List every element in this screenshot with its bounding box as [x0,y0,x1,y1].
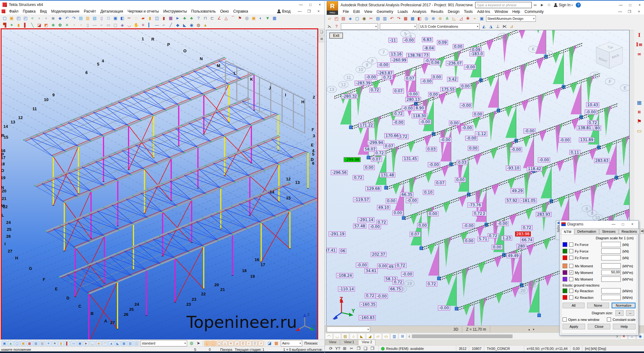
tekla-snap-icon-4[interactable]: ✕ [228,341,234,346]
tekla-select-icon-1[interactable]: ▲ [8,341,14,346]
checkbox-fz-force[interactable] [569,256,573,260]
tekla-tb1-icon-24[interactable]: ▦ [168,15,174,21]
tekla-tb1-icon-14[interactable]: ▯ [98,15,105,21]
tekla-tb2-icon-16[interactable]: ▢ [112,22,119,28]
tekla-tb2-icon-20[interactable]: ✳ [140,22,146,28]
robot-viewbar-icon-9[interactable]: ⊞ [399,333,406,339]
tekla-tb2-icon-23[interactable]: ⌐ [161,22,167,28]
checkbox-kz-reaction[interactable] [569,295,573,299]
robot-viewbar-icon-1[interactable]: ◡ [333,333,341,339]
tekla-tb1-icon-15[interactable]: □ [105,15,112,21]
robot-right-tool-6[interactable]: ⚑ [635,117,643,126]
tekla-tb1-icon-28[interactable]: ? [195,15,202,21]
tekla-tb2-icon-13[interactable]: — [92,22,98,28]
tekla-tb2-icon-1[interactable]: ✶ [8,22,15,28]
tekla-select-icon-6[interactable]: ▨ [39,341,45,346]
robot-docbtn-1[interactable]: ❒ [625,9,634,14]
tekla-menu-item-1[interactable]: Правка [21,9,38,14]
robot-right-tool-4[interactable]: ▦ [635,99,643,107]
help-icon[interactable]: ? [576,3,581,8]
checkbox-fy-force[interactable] [569,249,573,253]
tekla-menu-item-8[interactable]: Пользователь [189,9,218,14]
robot-tb1-icon-12[interactable]: ▩ [409,16,416,21]
tekla-tb1-icon-20[interactable]: ▰ [140,15,146,21]
robot-menu-item-0[interactable]: File [341,9,351,14]
robot-menu-item-2[interactable]: View [362,9,375,14]
scale-input-ky-reaction[interactable] [601,288,621,293]
diagrams-winbtn-0[interactable]: — [609,222,618,226]
tekla-tb2-icon-3[interactable]: ▌ [22,22,29,28]
robot-tb2-icon-b2[interactable]: ⊥ [495,24,501,29]
scale-input-my-moment[interactable]: 50,00 [601,270,621,275]
tekla-extra-icon-1[interactable]: ▩ [273,340,280,346]
tekla-tb2-icon-27[interactable]: ◉ [188,22,195,28]
tekla-select-icon-7[interactable]: ✳ [46,341,51,346]
robot-winbtn-1[interactable]: □ [625,3,635,7]
tekla-tb1-icon-9[interactable]: ↶ [64,15,70,21]
diagrams-tab-scroll-0[interactable]: ◀ [640,229,643,234]
tekla-tb1-icon-23[interactable]: ▮ [161,15,167,21]
bar-selection-combo[interactable]: ▾ [341,23,378,30]
robot-tb1-icon-2[interactable]: ▤ [340,16,347,21]
robot-tb1-icon-18[interactable]: ◺ [451,16,457,21]
checkbox-constant-scale[interactable] [607,317,611,322]
tekla-tb2-icon-14[interactable]: ⌐ [98,22,105,28]
robot-tb1-icon-0[interactable]: ▱ [326,16,333,21]
tekla-menu-item-7[interactable]: Инструменты [161,9,189,14]
scroll-left-arrow[interactable]: ‹ [408,333,410,339]
robot-tb1-icon-15[interactable]: ⊕ [430,16,436,21]
robot-status-icon-0[interactable]: ⟳ [328,346,334,351]
robot-status-icon-5[interactable]: ❑ [362,346,369,351]
robot-right-tool-5[interactable]: ⌗ [635,108,643,116]
robot-menu-item-1[interactable]: Edit [351,9,362,14]
tekla-tb2-icon-24[interactable]: ╱ [168,22,174,28]
tekla-tb1-icon-4[interactable]: < [29,15,36,21]
tekla-tb2-icon-5[interactable]: ◪ [36,22,42,28]
tekla-select-icon-15[interactable]: ◈ [96,341,102,346]
tekla-select-icon-3[interactable]: ▣ [20,341,26,346]
robot-title-icon-0[interactable]: ∞ [532,2,538,8]
tekla-tb1-icon-3[interactable]: ◰ [22,15,29,21]
selection-filter-combo[interactable]: standard▾ [141,340,187,346]
tekla-tb2-icon-2[interactable]: ▮ [15,22,22,28]
robot-menu-item-4[interactable]: Loads [396,9,410,14]
tekla-select-icon-16[interactable]: ◠ [102,341,108,346]
tekla-tb2-icon-28[interactable]: ◍ [195,22,202,28]
tekla-tb1-icon-22[interactable]: ◫ [154,15,160,21]
tekla-menu-item-3[interactable]: Моделирование [49,9,82,14]
tekla-tb1-icon-6[interactable]: ◗ [43,15,49,21]
tekla-select-icon-2[interactable]: ▢ [14,341,20,346]
tekla-tb2-icon-0[interactable]: ▜ [2,22,8,28]
robot-tb1-icon-1[interactable]: ◰ [333,16,340,21]
tekla-select-icon-14[interactable]: ◡ [90,341,95,346]
node-selection-combo[interactable]: ▾ [380,23,417,30]
tekla-tb1-icon-36[interactable]: ▣ [251,15,257,21]
robot-menu-item-5[interactable]: Analysis [410,9,429,14]
tekla-tb1-icon-33[interactable]: ⌒ [230,15,236,21]
robot-viewbar-icon-6[interactable]: ▱ [374,333,382,339]
tekla-tb1-icon-21[interactable]: ▮ [147,15,153,21]
tekla-tb2-icon-18[interactable]: ◡ [126,22,132,28]
tekla-winbtn-0[interactable]: — [296,3,306,7]
robot-title-icon-2[interactable]: ☆ [546,2,552,8]
robot-viewbar-icon-2[interactable]: ▤ [341,333,349,339]
tekla-tb2-icon-6[interactable]: ◩ [43,22,49,28]
checkbox-open-a-new-window[interactable] [563,317,567,322]
robot-docbtn-2[interactable]: × [634,9,644,14]
globe-icon[interactable]: ◍ [188,340,195,346]
tekla-select-icon-8[interactable]: ✳ [52,341,58,346]
keyword-search-input[interactable]: Type a keyword or phrase [475,2,532,8]
tekla-strip-icon-1[interactable]: ⊞ [319,36,325,42]
tekla-winbtn-1[interactable]: □ [306,3,315,7]
robot-tb1-icon-9[interactable]: ↶ [389,16,395,21]
tekla-tb1-icon-27[interactable]: ♣ [188,15,195,21]
tekla-snap-icon-3[interactable]: △ [222,341,228,346]
robot-right-tool-7[interactable]: ▭ [635,127,643,135]
tekla-tb2-icon-22[interactable]: — [154,22,160,28]
tekla-snap-icon-9[interactable]: ↗ [258,341,264,346]
robot-menu-item-6[interactable]: Results [429,9,446,14]
tekla-tb1-icon-1[interactable]: ▣ [8,15,15,21]
robot-tb1-icon-13[interactable]: ◧ [416,16,423,21]
robot-right-tool-0[interactable]: I [635,31,643,39]
tekla-menu-item-2[interactable]: Вид [38,9,49,14]
